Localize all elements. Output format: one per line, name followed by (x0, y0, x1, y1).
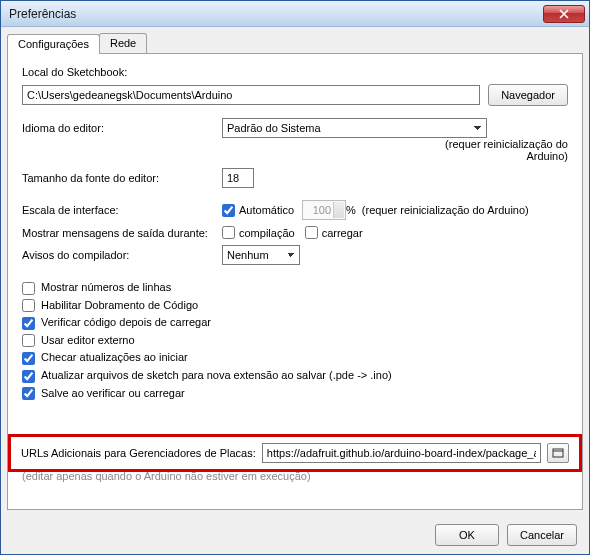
external-editor-label: Usar editor externo (41, 334, 135, 346)
code-folding-label: Habilitar Dobramento de Código (41, 299, 198, 311)
titlebar: Preferências (1, 1, 589, 27)
line-numbers-label: Mostrar números de linhas (41, 281, 171, 293)
boards-url-label: URLs Adicionais para Gerenciadores de Pl… (21, 447, 256, 459)
update-ext-label: Atualizar arquivos de sketch para nova e… (41, 369, 392, 381)
boards-url-expand-button[interactable] (547, 443, 569, 463)
verify-checkbox[interactable] (22, 317, 35, 330)
upload-checkbox[interactable] (305, 226, 318, 239)
editor-language-select[interactable]: Padrão do Sistema (222, 118, 487, 138)
percent-label: % (346, 204, 356, 216)
check-updates-label: Checar atualizações ao iniciar (41, 351, 188, 363)
close-button[interactable] (543, 5, 585, 23)
show-output-label: Mostrar mensagens de saída durante: (22, 227, 222, 239)
boards-url-highlight: URLs Adicionais para Gerenciadores de Pl… (8, 434, 582, 472)
interface-scale-label: Escala de interface: (22, 204, 222, 216)
window-title: Preferências (9, 7, 76, 21)
upload-label: carregar (322, 227, 363, 239)
cancel-button[interactable]: Cancelar (507, 524, 577, 546)
compile-checkbox[interactable] (222, 226, 235, 239)
line-numbers-checkbox[interactable] (22, 282, 35, 295)
code-folding-checkbox[interactable] (22, 299, 35, 312)
save-verify-label: Salve ao verificar ou carregar (41, 387, 185, 399)
svg-rect-0 (553, 449, 563, 457)
tab-configuracoes[interactable]: Configurações (7, 34, 100, 54)
editor-language-label: Idioma do editor: (22, 122, 222, 134)
browse-button[interactable]: Navegador (488, 84, 568, 106)
tab-rede[interactable]: Rede (99, 33, 147, 53)
restart-note: (requer reinicialização do Arduino) (438, 138, 568, 162)
ok-button[interactable]: OK (435, 524, 499, 546)
external-editor-checkbox[interactable] (22, 334, 35, 347)
check-updates-checkbox[interactable] (22, 352, 35, 365)
window-icon (552, 447, 564, 459)
font-size-input[interactable] (222, 168, 254, 188)
automatic-label: Automático (239, 204, 294, 216)
save-verify-checkbox[interactable] (22, 387, 35, 400)
compile-label: compilação (239, 227, 295, 239)
dialog-buttons: OK Cancelar (1, 516, 589, 554)
boards-url-input[interactable] (262, 443, 541, 463)
restart-note-2: (requer reinicialização do Arduino) (362, 204, 529, 216)
tabs: Configurações Rede (1, 27, 589, 53)
update-ext-checkbox[interactable] (22, 370, 35, 383)
tab-panel: Local do Sketchbook: Navegador Idioma do… (7, 53, 583, 510)
font-size-label: Tamanho da fonte do editor: (22, 172, 222, 184)
sketchbook-path-input[interactable] (22, 85, 480, 105)
compiler-warnings-label: Avisos do compilador: (22, 249, 222, 261)
preferences-window: Preferências Configurações Rede Local do… (0, 0, 590, 555)
sketchbook-label: Local do Sketchbook: (22, 66, 202, 78)
verify-label: Verificar código depois de carregar (41, 316, 211, 328)
compiler-warnings-select[interactable]: Nenhum (222, 245, 300, 265)
scale-input (302, 200, 346, 220)
automatic-checkbox[interactable] (222, 204, 235, 217)
